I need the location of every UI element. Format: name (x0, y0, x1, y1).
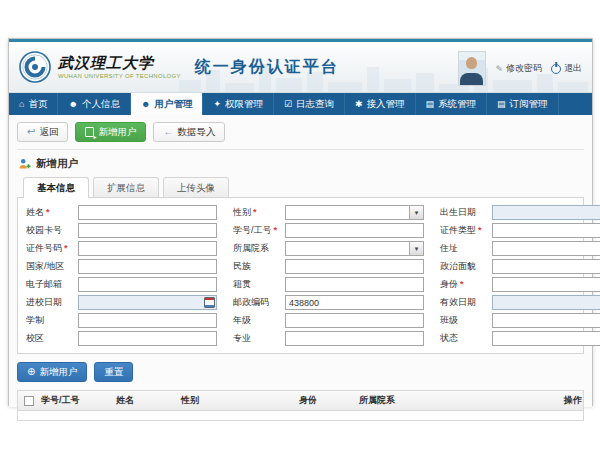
form-input[interactable] (79, 278, 216, 291)
form-input[interactable] (493, 206, 600, 219)
user-form: 姓名*性别*▾出生日期校园卡号学号/工号*证件类型*证件号码*所属院系▾住址国家… (26, 205, 575, 346)
data-import-button[interactable]: ← 数据导入 (153, 122, 225, 142)
pencil-icon: ✎ (495, 64, 503, 74)
form-field: 专业 (233, 331, 424, 346)
nav-tab-label: 接入管理 (367, 98, 405, 111)
form-input[interactable] (286, 260, 423, 273)
table-header-cell: 身份 (297, 394, 357, 407)
nav-tab-label: 日志查询 (296, 98, 334, 111)
form-field-label: 住址 (440, 242, 492, 255)
form-input-wrap (492, 277, 600, 292)
back-button[interactable]: ↩ 返回 (17, 122, 68, 142)
form-field: 身份* (440, 277, 600, 292)
nav-tab-access[interactable]: ✱接入管理 (345, 93, 416, 115)
form-field: 证件类型* (440, 223, 600, 238)
nav-tab-logs[interactable]: ☑日志查询 (274, 93, 345, 115)
chevron-down-icon[interactable]: ▾ (409, 206, 423, 219)
form-field: 电子邮箱 (26, 277, 217, 292)
power-icon (551, 64, 561, 74)
tab-upload-avatar[interactable]: 上传头像 (163, 177, 229, 197)
form-input[interactable] (286, 224, 423, 237)
university-logo-icon (19, 51, 51, 83)
form-field-label: 年级 (233, 314, 285, 327)
form-input[interactable] (493, 332, 600, 345)
form-input[interactable] (79, 206, 216, 219)
form-field-label: 籍贯 (233, 278, 285, 291)
nav-tab-profile[interactable]: ☻个人信息 (58, 93, 130, 115)
form-field: 状态 (440, 331, 600, 346)
select-all-checkbox[interactable] (24, 396, 34, 406)
tab-extended-info[interactable]: 扩展信息 (93, 177, 159, 197)
add-user-submit-button[interactable]: ⊕ 新增用户 (17, 362, 87, 382)
nav-tab-system[interactable]: ▤系统管理 (416, 93, 488, 115)
nav-tab-users[interactable]: ☻用户管理 (131, 93, 203, 115)
form-input-wrap (78, 331, 217, 346)
folder-icon: ▤ (426, 100, 435, 109)
form-input[interactable] (493, 296, 600, 309)
plus-circle-icon: ⊕ (27, 367, 35, 377)
toolbar: ↩ 返回 新增用户 ← 数据导入 (17, 122, 584, 150)
chevron-down-icon[interactable]: ▾ (409, 242, 423, 255)
new-user-toolbar-button[interactable]: 新增用户 (75, 122, 146, 142)
form-input[interactable] (286, 314, 423, 327)
user-avatar[interactable] (458, 51, 486, 86)
users-table-header: 学号/工号姓名性别身份所属院系操作 (18, 391, 583, 411)
form-field: 住址 (440, 241, 600, 256)
calendar-icon[interactable] (202, 296, 216, 309)
section-header: 新增用户 (17, 150, 584, 177)
users-table: 学号/工号姓名性别身份所属院系操作 (17, 390, 584, 421)
form-input[interactable] (79, 260, 216, 273)
form-input[interactable] (493, 278, 600, 291)
form-input[interactable] (79, 296, 202, 309)
form-field-label: 政治面貌 (440, 260, 492, 273)
users-icon: ☻ (141, 100, 150, 109)
form-field: 政治面貌 (440, 259, 600, 274)
logout-link[interactable]: 退出 (551, 62, 582, 75)
form-input[interactable] (286, 332, 423, 345)
nav-tab-label: 订阅管理 (510, 98, 548, 111)
logout-label: 退出 (564, 62, 582, 75)
nav-tab-subscribe[interactable]: ▤订阅管理 (487, 93, 559, 115)
form-field-label: 进校日期 (26, 296, 78, 309)
form-input-wrap (285, 277, 424, 292)
form-field-label: 校园卡号 (26, 224, 78, 237)
form-input-wrap (78, 313, 217, 328)
home-icon: ⌂ (19, 100, 24, 109)
form-input[interactable] (493, 242, 600, 255)
form-input[interactable] (286, 296, 423, 309)
key-icon: ✦ (213, 100, 221, 109)
gear-icon: ✱ (355, 100, 363, 109)
form-input[interactable] (493, 224, 600, 237)
form-input-wrap (285, 223, 424, 238)
nav-tab-label: 系统管理 (438, 98, 476, 111)
tab-basic-info[interactable]: 基本信息 (23, 177, 89, 198)
form-input[interactable] (286, 206, 409, 219)
table-header-cell: 性别 (179, 394, 297, 407)
reset-button[interactable]: 重置 (94, 362, 133, 382)
change-password-link[interactable]: ✎ 修改密码 (495, 62, 542, 75)
form-field-label: 班级 (440, 314, 492, 327)
nav-tab-label: 个人信息 (82, 98, 120, 111)
form-input[interactable] (286, 242, 409, 255)
form-input-wrap (285, 331, 424, 346)
add-user-submit-label: 新增用户 (39, 366, 77, 379)
form-input[interactable] (286, 278, 423, 291)
form-input[interactable] (493, 260, 600, 273)
nav-tab-home[interactable]: ⌂首页 (9, 93, 58, 115)
form-field-label: 证件类型* (440, 224, 492, 237)
table-header-cell: 姓名 (114, 394, 179, 407)
form-field-label: 国家/地区 (26, 260, 78, 273)
form-input[interactable] (79, 224, 216, 237)
form-input[interactable] (79, 242, 216, 255)
app-header: 武汉理工大学 WUHAN UNIVERSITY OF TECHNOLOGY 统一… (9, 42, 592, 93)
form-field-label: 民族 (233, 260, 285, 273)
form-input[interactable] (79, 332, 216, 345)
nav-tab-permissions[interactable]: ✦权限管理 (203, 93, 274, 115)
nav-tab-label: 权限管理 (225, 98, 263, 111)
form-input[interactable] (79, 314, 216, 327)
form-input[interactable] (493, 314, 600, 327)
form-field: 姓名* (26, 205, 217, 220)
form-field-label: 专业 (233, 332, 285, 345)
form-field: 年级 (233, 313, 424, 328)
form-field-label: 学制 (26, 314, 78, 327)
